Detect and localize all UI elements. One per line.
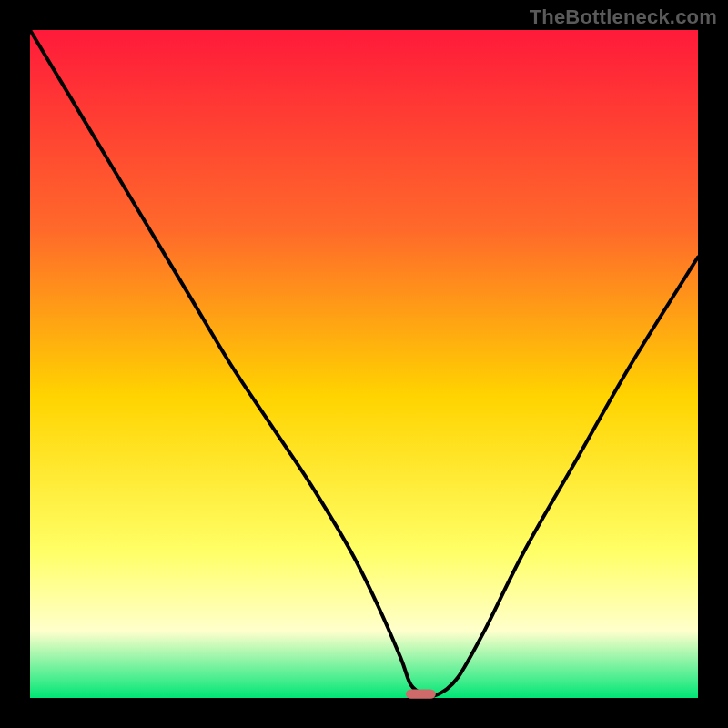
chart-frame: { "watermark": "TheBottleneck.com", "col… [0, 0, 728, 728]
watermark: TheBottleneck.com [530, 5, 717, 29]
chart-svg [0, 0, 728, 728]
plot-background [30, 30, 698, 698]
min-marker [406, 689, 436, 698]
